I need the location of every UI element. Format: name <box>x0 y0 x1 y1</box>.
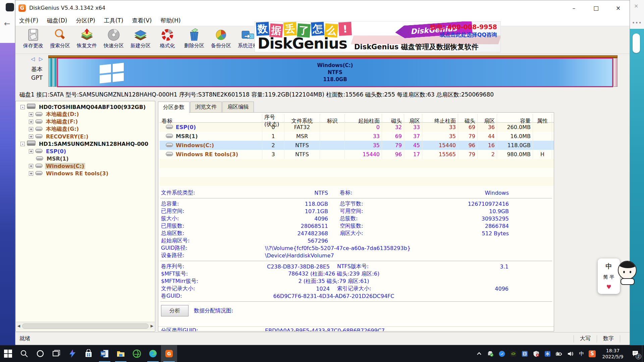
partition-block-re-tools[interactable] <box>613 58 618 87</box>
tree-item-Windows(C:)[interactable]: +Windows(C:) <box>29 162 85 170</box>
seq-cell: 0 <box>262 123 284 132</box>
tab-扇区编辑[interactable]: 扇区编辑 <box>222 102 254 112</box>
end-head-cell: 69 <box>458 123 478 132</box>
internet-explorer-app[interactable] <box>129 345 145 362</box>
tab-分区参数[interactable]: 分区参数 <box>158 102 190 113</box>
battery-tray-icon[interactable] <box>554 345 563 362</box>
table-row-Windows RE tools(3)[interactable]: Windows RE tools(3)3NTFS1544096171556579… <box>160 150 554 159</box>
toolbar-button-备份分区[interactable]: 备份分区 <box>208 26 234 53</box>
promo-banner[interactable]: 数据丢了怎么! DiskGenius DiskGenius 致电: 400-00… <box>255 21 501 52</box>
capacity-cell: 260.0MB <box>497 123 533 132</box>
task-view-button[interactable] <box>48 345 64 362</box>
toolbar-button-删除分区[interactable]: 删除分区 <box>181 26 208 53</box>
end-sector-cell: 36 <box>478 123 497 132</box>
search-button[interactable] <box>16 345 32 362</box>
expand-icon[interactable]: + <box>29 120 33 124</box>
security-shield-tray-icon[interactable] <box>532 345 540 362</box>
toolbar-button-保存更改[interactable]: 保存更改 <box>20 26 47 53</box>
menu-item[interactable]: 分区(P) <box>76 17 95 24</box>
expand-icon[interactable]: + <box>29 112 33 117</box>
back-arrow-icon[interactable]: ← <box>4 19 10 28</box>
partition-block-msr[interactable] <box>53 58 57 87</box>
cortana-button[interactable] <box>32 345 48 362</box>
file-explorer-app[interactable] <box>113 345 129 362</box>
scroll-left-arrow[interactable]: ◀ <box>16 322 21 330</box>
tree-item-MSR(1)[interactable]: MSR(1) <box>29 155 70 162</box>
tree-item-label: MSR(1) <box>46 156 70 162</box>
diskgenius-app[interactable]: G <box>161 345 177 362</box>
word-app[interactable]: W <box>97 345 113 362</box>
banner-slogan-char: 怎 <box>311 22 324 36</box>
start-button[interactable] <box>0 345 16 362</box>
minimize-button[interactable]: – <box>569 5 579 11</box>
start-head-cell: 96 <box>382 150 404 159</box>
microsoft-store-app[interactable] <box>80 345 97 362</box>
toolbar-button-格式化[interactable]: 格式化 <box>154 26 181 53</box>
ime-language-indicator[interactable]: 中 <box>577 345 586 362</box>
background-scrollbar-thumb[interactable] <box>633 34 640 53</box>
table-row-MSR(1)[interactable]: MSR(1)1MSR33693735794416.0MB <box>160 132 554 141</box>
sogou-tray-icon[interactable]: S <box>589 350 596 357</box>
partition-block-windows-c[interactable]: Windows(C:) NTFS 118.0GB <box>57 58 613 87</box>
detail-text: 3.1 <box>391 263 508 270</box>
taskbar-clock[interactable]: 18:372022/5/9 <box>600 348 626 360</box>
toolbar-button-新建分区[interactable]: 新建分区 <box>127 26 154 53</box>
notification-center-button[interactable]: 2 <box>629 345 642 362</box>
printer-tray-icon[interactable] <box>486 345 495 362</box>
disk-nav-arrows[interactable]: ◁ ▷ <box>31 56 44 62</box>
tree-item-HD1:SAMSUNGMZNLN128HAHQ-000[interactable]: -HD1:SAMSUNGMZNLN128HAHQ-000 <box>20 140 149 147</box>
more-options-icon[interactable]: ••• <box>632 20 642 26</box>
scroll-right-arrow[interactable]: ▶ <box>149 322 155 330</box>
tree-item-label: HD1:SAMSUNGMZNLN128HAHQ-000 <box>38 141 149 147</box>
expand-icon[interactable]: + <box>29 127 33 131</box>
mascot-avatar[interactable] <box>616 261 638 285</box>
edge-app[interactable] <box>145 345 161 362</box>
tree-item-HD0:TOSHIBAMQ04ABF100(932GB)[interactable]: -HD0:TOSHIBAMQ04ABF100(932GB) <box>20 103 147 111</box>
toolbar-button-恢复文件[interactable]: 恢复文件 <box>73 26 100 53</box>
lark-tray-icon[interactable] <box>497 345 506 362</box>
tab-浏览文件[interactable]: 浏览文件 <box>190 102 222 112</box>
snowflake-tray-icon[interactable] <box>543 345 552 362</box>
tree-item-RECOVERY(E:)[interactable]: +RECOVERY(E:) <box>29 133 89 140</box>
menu-item[interactable]: 磁盘(D) <box>47 17 67 24</box>
hidden-icons-chevron[interactable] <box>475 345 483 362</box>
expand-icon[interactable]: + <box>29 149 33 154</box>
detail-text: 总字节数: <box>340 200 390 207</box>
menu-item[interactable]: 帮助(H) <box>161 17 181 24</box>
banner-qq-link[interactable]: 或点击此处选择QQ咨询 <box>440 32 497 39</box>
collapse-icon[interactable]: - <box>20 142 25 146</box>
toolbar-button-快速分区[interactable]: 快速分区 <box>100 26 127 53</box>
intel-graphics-tray-icon[interactable]: B <box>520 345 529 362</box>
expand-icon[interactable]: + <box>29 164 33 168</box>
analyze-button[interactable]: 分析 <box>161 305 189 316</box>
partition-block-esp[interactable] <box>48 58 52 87</box>
tree-item-本地磁盘(G:)[interactable]: +本地磁盘(G:) <box>29 125 80 133</box>
toolbar-button-搜索分区[interactable]: 搜索分区 <box>47 26 73 53</box>
tree-item-ESP(0)[interactable]: +ESP(0) <box>29 147 67 155</box>
tree-item-label: RECOVERY(E:) <box>45 133 89 140</box>
show-desktop-button[interactable] <box>642 345 644 362</box>
detail-path-row: GUID路径:\\?\Volume{fcf0fc5b-5207-47ce-a60… <box>158 244 554 252</box>
tree-item-Windows RE tools(3)[interactable]: +Windows RE tools(3) <box>29 170 109 177</box>
diskgenius-logo-icon: G <box>18 4 26 12</box>
scrollbar-thumb[interactable] <box>22 323 149 329</box>
nvidia-tray-icon[interactable] <box>509 345 518 362</box>
menu-item[interactable]: 查看(V) <box>132 17 152 24</box>
expand-icon[interactable]: + <box>29 171 33 176</box>
tree-item-本地磁盘(D:)[interactable]: +本地磁盘(D:) <box>29 111 80 118</box>
maximize-button[interactable]: □ <box>591 5 601 11</box>
expand-icon[interactable]: + <box>29 134 33 139</box>
tree-item-本地磁盘(F:)[interactable]: +本地磁盘(F:) <box>29 118 79 125</box>
feishu-app[interactable] <box>64 345 80 362</box>
table-row-Windows(C:)[interactable]: Windows(C:)2NTFS357945154409616118.0GB <box>160 141 554 150</box>
detail-text: 66D9C7F6-8231-4D34-AD67-201D26DC94FC <box>209 293 459 299</box>
menu-item[interactable]: 文件(F) <box>19 17 38 24</box>
detail-text: 126710972416 <box>390 201 509 207</box>
tree-horizontal-scrollbar[interactable]: ◀ ▶ <box>16 322 155 330</box>
close-button[interactable]: × <box>613 5 623 11</box>
background-close-icon[interactable]: × <box>634 3 638 9</box>
table-row-ESP(0)[interactable]: ESP(0)0FAT3203233336936260.0MB <box>160 123 554 132</box>
menu-item[interactable]: 工具(T) <box>104 17 123 24</box>
volume-tray-icon[interactable] <box>566 345 575 362</box>
collapse-icon[interactable]: - <box>20 105 25 109</box>
